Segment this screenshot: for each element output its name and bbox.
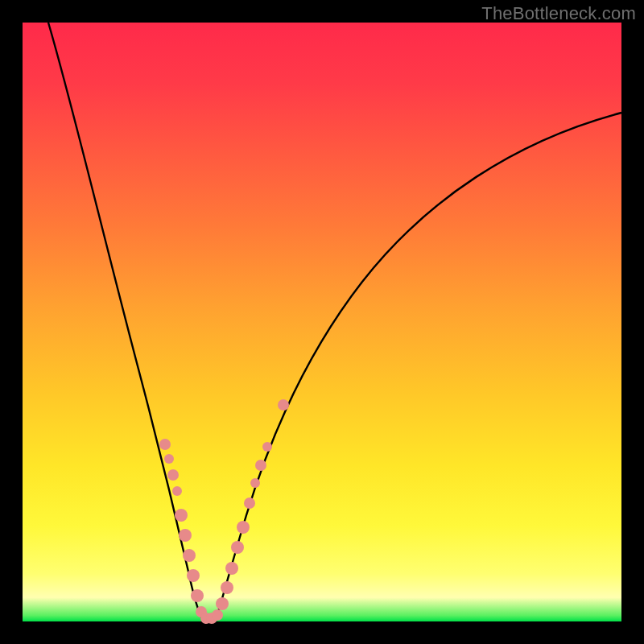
pink-markers — [159, 399, 289, 624]
svg-point-14 — [221, 581, 233, 594]
svg-point-2 — [167, 469, 179, 481]
chart-overlay-svg — [0, 0, 644, 644]
svg-point-5 — [179, 529, 192, 542]
svg-point-17 — [237, 521, 250, 534]
svg-point-18 — [244, 497, 255, 509]
svg-point-21 — [262, 442, 272, 452]
svg-point-22 — [278, 399, 289, 411]
svg-point-0 — [159, 439, 171, 450]
svg-point-4 — [175, 509, 188, 522]
watermark-text: TheBottleneck.com — [481, 3, 636, 24]
svg-point-20 — [255, 460, 266, 471]
svg-point-12 — [212, 609, 223, 621]
svg-point-15 — [225, 562, 238, 575]
left-curve — [48, 23, 203, 620]
svg-point-3 — [172, 486, 182, 496]
svg-point-19 — [250, 478, 260, 488]
svg-point-16 — [231, 541, 244, 554]
svg-point-7 — [187, 569, 200, 582]
svg-point-13 — [216, 597, 229, 610]
svg-point-8 — [191, 589, 204, 602]
svg-point-6 — [183, 549, 196, 562]
right-curve — [216, 113, 621, 620]
svg-point-1 — [164, 454, 174, 464]
